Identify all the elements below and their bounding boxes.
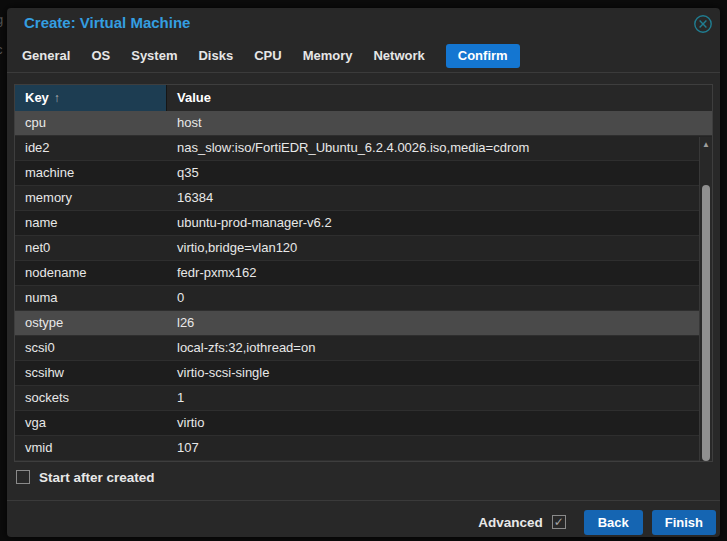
table-row-ostype[interactable]: ostypel26: [15, 311, 712, 336]
tab-memory[interactable]: Memory: [303, 44, 353, 68]
finish-button[interactable]: Finish: [652, 510, 716, 535]
value-cell: local-zfs:32,iothread=on: [167, 336, 712, 360]
table-row-net0[interactable]: net0virtio,bridge=vlan120: [15, 236, 712, 261]
tab-os[interactable]: OS: [91, 44, 110, 68]
tab-network[interactable]: Network: [373, 44, 424, 68]
footer-separator: [7, 500, 720, 501]
table-row-name[interactable]: nameubuntu-prod-manager-v6.2: [15, 211, 712, 236]
value-cell: l26: [167, 311, 712, 335]
column-header-value[interactable]: Value: [167, 85, 712, 111]
column-header-value-label: Value: [177, 90, 211, 105]
create-vm-dialog: Create: Virtual Machine GeneralOSSystemD…: [7, 8, 720, 537]
column-header-key[interactable]: Key↑: [15, 85, 167, 111]
tab-cpu[interactable]: CPU: [254, 44, 281, 68]
value-cell: virtio-scsi-single: [167, 361, 712, 385]
table-row-cpu[interactable]: cpuhost: [15, 111, 712, 136]
checkmark-icon: ✓: [554, 516, 564, 528]
background-text-fragment: c: [0, 42, 3, 57]
confirm-settings-grid: Key↑ Value cpuhostide2nas_slow:iso/Forti…: [14, 84, 713, 462]
grid-body: cpuhostide2nas_slow:iso/FortiEDR_Ubuntu_…: [15, 111, 712, 461]
value-cell: ubuntu-prod-manager-v6.2: [167, 211, 712, 235]
value-cell: 1: [167, 386, 712, 410]
close-icon[interactable]: [693, 14, 713, 34]
table-row-numa[interactable]: numa0: [15, 286, 712, 311]
table-row-memory[interactable]: memory16384: [15, 186, 712, 211]
scroll-up-icon[interactable]: ▲: [700, 140, 712, 150]
value-cell: nas_slow:iso/FortiEDR_Ubuntu_6.2.4.0026.…: [167, 136, 712, 160]
key-cell: ide2: [15, 136, 167, 160]
table-row-nodename[interactable]: nodenamefedr-pxmx162: [15, 261, 712, 286]
vertical-scrollbar[interactable]: ▲ ▼: [699, 137, 712, 461]
key-cell: scsi0: [15, 336, 167, 360]
tab-confirm[interactable]: Confirm: [446, 44, 520, 68]
key-cell: vmid: [15, 436, 167, 460]
value-cell: 0: [167, 286, 712, 310]
column-header-key-label: Key: [25, 90, 49, 105]
table-row-scsi0[interactable]: scsi0local-zfs:32,iothread=on: [15, 336, 712, 361]
back-button[interactable]: Back: [584, 510, 643, 535]
sort-ascending-icon: ↑: [54, 91, 60, 105]
start-after-created-checkbox[interactable]: Start after created: [16, 468, 155, 486]
key-cell: machine: [15, 161, 167, 185]
tab-bar: GeneralOSSystemDisksCPUMemoryNetworkConf…: [22, 44, 520, 68]
key-cell: name: [15, 211, 167, 235]
background-text-fragment: g: [0, 12, 3, 27]
key-cell: nodename: [15, 261, 167, 285]
scrollbar-thumb[interactable]: [702, 185, 710, 461]
table-row-scsihw[interactable]: scsihwvirtio-scsi-single: [15, 361, 712, 386]
dialog-title: Create: Virtual Machine: [24, 14, 190, 31]
tab-disks[interactable]: Disks: [198, 44, 233, 68]
key-cell: sockets: [15, 386, 167, 410]
key-cell: numa: [15, 286, 167, 310]
key-cell: vga: [15, 411, 167, 435]
key-cell: memory: [15, 186, 167, 210]
value-cell: virtio: [167, 411, 712, 435]
footer-toolbar: Advanced ✓ Back Finish: [478, 509, 716, 535]
grid-header: Key↑ Value: [15, 85, 712, 111]
key-cell: ostype: [15, 311, 167, 335]
table-row-vmid[interactable]: vmid107: [15, 436, 712, 461]
key-cell: scsihw: [15, 361, 167, 385]
table-row-machine[interactable]: machineq35: [15, 161, 712, 186]
advanced-label: Advanced: [478, 515, 543, 530]
start-after-created-label: Start after created: [39, 470, 155, 485]
key-cell: net0: [15, 236, 167, 260]
checkbox-unchecked-icon[interactable]: [16, 470, 30, 484]
value-cell: q35: [167, 161, 712, 185]
table-row-ide2[interactable]: ide2nas_slow:iso/FortiEDR_Ubuntu_6.2.4.0…: [15, 136, 712, 161]
value-cell: 16384: [167, 186, 712, 210]
key-cell: cpu: [15, 111, 167, 135]
advanced-checkbox[interactable]: ✓: [552, 515, 566, 529]
tab-general[interactable]: General: [22, 44, 70, 68]
table-row-vga[interactable]: vgavirtio: [15, 411, 712, 436]
value-cell: fedr-pxmx162: [167, 261, 712, 285]
tabbar-separator: [7, 72, 720, 73]
value-cell: host: [167, 111, 712, 135]
tab-system[interactable]: System: [131, 44, 177, 68]
value-cell: 107: [167, 436, 712, 460]
value-cell: virtio,bridge=vlan120: [167, 236, 712, 260]
table-row-sockets[interactable]: sockets1: [15, 386, 712, 411]
